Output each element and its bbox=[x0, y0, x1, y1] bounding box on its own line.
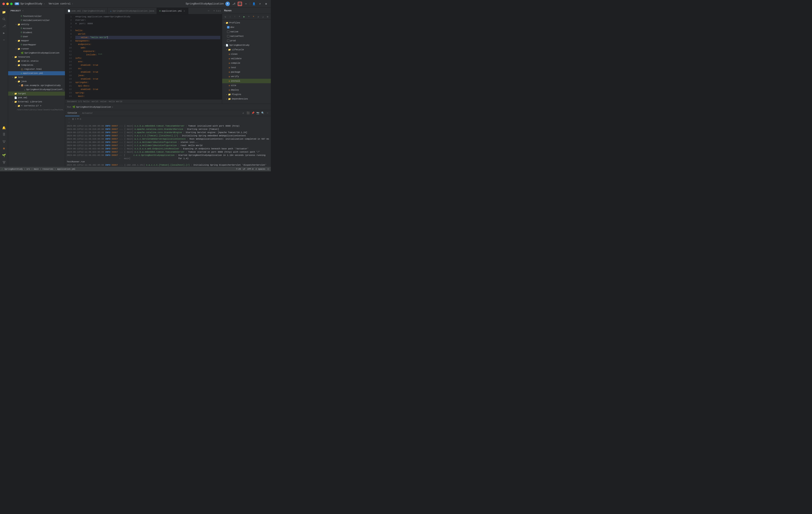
tab-console[interactable]: Console bbox=[65, 110, 80, 116]
console-eye-btn[interactable]: 👁 bbox=[77, 118, 79, 121]
console-pin-btn[interactable]: 📌 bbox=[251, 111, 255, 115]
maven-upload-btn[interactable]: ↑ bbox=[233, 14, 237, 19]
profile-icon[interactable]: 👤 bbox=[252, 2, 256, 6]
tab-more-button[interactable]: ⋯ bbox=[206, 8, 211, 14]
maven-redo-btn[interactable]: ↺ bbox=[256, 14, 260, 19]
maven-lifecycle-package[interactable]: ⚙ package bbox=[222, 70, 271, 74]
maven-lifecycle-deploy[interactable]: ⚙ deploy bbox=[222, 88, 271, 92]
maven-profile-nativetest[interactable]: nativeTest bbox=[222, 34, 271, 38]
search-icon[interactable]: ⌕ bbox=[258, 2, 262, 6]
editor-text[interactable]: ##spring.application.name=SpringBootStud… bbox=[73, 14, 220, 99]
tab-actuator[interactable]: Actuator bbox=[80, 110, 95, 116]
sidebar-item-runner[interactable]: ▾ 📁 runner bbox=[8, 47, 65, 51]
maven-run-btn[interactable]: ▶ bbox=[242, 14, 246, 19]
activity-git2[interactable] bbox=[1, 139, 7, 145]
console-stop-btn[interactable]: ⬛ bbox=[246, 111, 250, 115]
sidebar-item-mapper[interactable]: ▾ 📁 mapper bbox=[8, 39, 65, 43]
sidebar-item-springbootstudyapptests[interactable]: ☕ SpringBootStudyApplicationTests bbox=[8, 88, 65, 92]
maven-profile-dev-checkbox[interactable]: ✓ bbox=[227, 26, 229, 29]
activity-run[interactable]: ▶ bbox=[1, 30, 7, 36]
maven-profile-dev[interactable]: ✓ dev bbox=[222, 25, 271, 30]
maven-profile-native-checkbox[interactable] bbox=[227, 31, 229, 33]
tab-application-yml[interactable]: ⚙ application.yml ✕ bbox=[157, 8, 188, 14]
maven-download-btn[interactable]: ↓ bbox=[228, 14, 232, 19]
close-button[interactable] bbox=[2, 3, 5, 5]
activity-spring[interactable]: 🌱 bbox=[1, 152, 7, 159]
console-more-btn[interactable]: ⋯ bbox=[265, 111, 269, 115]
tab-springbootapp-java[interactable]: ☕ SpringBootStudyApplication.java bbox=[108, 8, 157, 14]
console-scroll-up[interactable]: ↑ bbox=[67, 117, 71, 121]
maximize-button[interactable] bbox=[10, 3, 12, 5]
maven-settings-btn[interactable]: ⚙ bbox=[265, 14, 269, 19]
maven-lifecycle-site[interactable]: ⚙ site bbox=[222, 83, 271, 88]
activity-search[interactable] bbox=[1, 16, 7, 22]
status-line-col[interactable]: 7:25 bbox=[236, 168, 241, 170]
sidebar-item-entity[interactable]: ▾ 📁 entity bbox=[8, 22, 65, 26]
maven-profile-nativetest-checkbox[interactable] bbox=[227, 35, 229, 37]
status-share-icon[interactable]: ⬡ bbox=[267, 168, 269, 170]
sidebar-item-com-example[interactable]: ▾ 📦 com.example.springbootstudy bbox=[8, 84, 65, 88]
sidebar-item-testcontroller[interactable]: © TestController bbox=[8, 14, 65, 18]
maven-refresh-btn[interactable]: ↻ bbox=[223, 14, 227, 19]
sidebar-item-java-test[interactable]: ▾ 📁 java bbox=[8, 79, 65, 84]
maven-lifecycle-install[interactable]: ⚙ install bbox=[222, 79, 271, 83]
activity-m[interactable]: m bbox=[1, 145, 7, 152]
maven-lifecycle-clean[interactable]: ⚙ clean bbox=[222, 52, 271, 56]
maven-lifecycle-header[interactable]: ▾ 📁 Lifecycle bbox=[222, 48, 271, 52]
console-screenshot-btn[interactable]: 📷 bbox=[256, 111, 260, 115]
activity-git[interactable]: ⎇ bbox=[1, 23, 7, 29]
sidebar-item-account[interactable]: © Account bbox=[8, 26, 65, 31]
settings-icon[interactable]: ⚙ bbox=[264, 2, 268, 6]
console-output[interactable]: ↑ ↓ 🗑 ≡ 👁 ⊟ 2024-06-13T12:11:39.6 bbox=[65, 116, 271, 167]
maven-plugins-header[interactable]: ▸ 📁 Plugins bbox=[222, 92, 271, 97]
expand-icon[interactable]: ∧ bbox=[218, 9, 219, 12]
console-restart-btn[interactable]: ↺ bbox=[241, 111, 245, 115]
sidebar-item-validationcontroller[interactable]: © ValidationController bbox=[8, 18, 65, 22]
sidebar-item-springbootstudyapp[interactable]: 🌿 SpringBootStudyApplication bbox=[8, 51, 65, 55]
console-scroll-down[interactable]: ↓ bbox=[67, 121, 71, 124]
sidebar-item-static[interactable]: ▸ 📁 static.static bbox=[8, 59, 65, 63]
sidebar-item-templates[interactable]: ▾ 📁 templates bbox=[8, 63, 65, 67]
maven-lifecycle-validate[interactable]: ⚙ validate bbox=[222, 56, 271, 61]
activity-notifications[interactable]: 🔔 bbox=[1, 124, 7, 131]
status-encoding[interactable]: UTF-8 bbox=[248, 168, 254, 170]
maven-expand-btn[interactable]: ❑ bbox=[261, 14, 265, 19]
sidebar-item-external-libs[interactable]: ▾ 📁 External Libraries bbox=[8, 100, 65, 104]
project-name[interactable]: SpringBootStudy bbox=[20, 2, 42, 5]
maven-profile-native[interactable]: native bbox=[222, 30, 271, 34]
tab-pom-xml[interactable]: 📄 pom.xml (SpringBootStudy) bbox=[65, 8, 108, 14]
activity-explorer[interactable]: 📁 bbox=[1, 9, 7, 16]
editor-scrollbar[interactable] bbox=[220, 14, 222, 99]
console-format-btn[interactable]: ≡ bbox=[75, 118, 76, 121]
sidebar-item-user[interactable]: © User bbox=[8, 35, 65, 39]
more-icon[interactable]: ⋯ bbox=[244, 2, 248, 6]
git-icon[interactable]: ⎇ bbox=[232, 2, 236, 6]
maven-profile-prod[interactable]: prod bbox=[222, 38, 271, 43]
sidebar-item-student[interactable]: © Student bbox=[8, 31, 65, 35]
status-line-ending[interactable]: LF bbox=[243, 168, 245, 170]
activity-database[interactable]: 🗄 bbox=[1, 131, 7, 138]
tab-close-icon[interactable]: ✕ bbox=[183, 9, 186, 12]
maven-dependencies-header[interactable]: ▸ 📁 Dependencies bbox=[222, 97, 271, 101]
user-avatar[interactable]: E bbox=[225, 2, 230, 6]
minimize-button[interactable] bbox=[6, 3, 9, 5]
activity-structure[interactable] bbox=[1, 159, 7, 165]
sidebar-item-resources[interactable]: ▾ 📁 resources bbox=[8, 55, 65, 59]
sidebar-item-usermapper[interactable]: © UserMapper bbox=[8, 43, 65, 47]
activity-more[interactable]: ⋯ bbox=[1, 37, 7, 43]
console-split-btn[interactable]: ⊟ bbox=[80, 118, 81, 121]
maven-project-header[interactable]: ▾ 📄 SpringBootStudy bbox=[222, 43, 271, 48]
maven-add-btn[interactable]: + bbox=[237, 14, 241, 19]
maven-stop-btn[interactable]: × bbox=[252, 14, 256, 19]
sidebar-item-test[interactable]: ▾ 📁 test bbox=[8, 75, 65, 79]
sidebar-item-register-html[interactable]: ⟨⟩ register.html bbox=[8, 67, 65, 71]
sidebar-item-application-yml[interactable]: ⚙ application.yml bbox=[8, 71, 65, 75]
maven-lifecycle-compile[interactable]: ⚙ compile bbox=[222, 61, 271, 65]
vcs-menu[interactable]: Version control bbox=[49, 2, 71, 5]
maven-equal-btn[interactable]: = bbox=[247, 14, 251, 19]
sidebar-item-pom-xml[interactable]: 📄 pom.xml bbox=[8, 96, 65, 100]
maven-profile-prod-checkbox[interactable] bbox=[227, 39, 229, 42]
console-filter-btn[interactable]: 🔍 bbox=[261, 111, 265, 115]
maven-lifecycle-test[interactable]: ⚙ test bbox=[222, 65, 271, 70]
console-clear-btn[interactable]: 🗑 bbox=[72, 118, 74, 121]
